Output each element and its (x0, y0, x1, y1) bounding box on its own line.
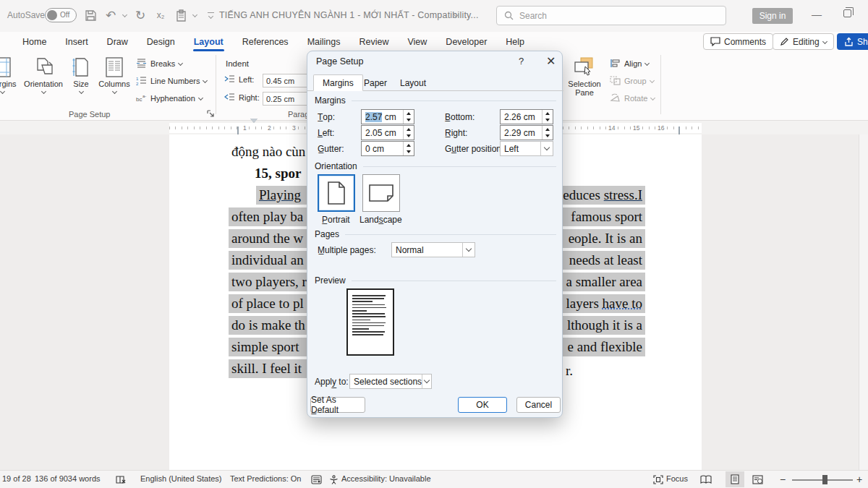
group-button[interactable]: Group (610, 76, 654, 85)
tab-draw[interactable]: Draw (98, 32, 137, 52)
read-mode-icon[interactable] (700, 475, 712, 484)
proofing-errors-icon[interactable] (116, 475, 127, 484)
dialog-tab-layout[interactable]: Layout (391, 74, 435, 91)
zoom-slider-handle[interactable] (822, 475, 827, 484)
size-chevron-icon (78, 89, 83, 94)
cancel-button[interactable]: Cancel (516, 397, 561, 413)
text-predictions-indicator[interactable]: Text Predictions: On (230, 474, 301, 483)
top-margin-field[interactable]: 2.57 cm (361, 109, 414, 124)
left-margin-label: L̲eft: (318, 128, 334, 138)
doc-text-line: two players, r (229, 273, 312, 291)
focus-icon[interactable] (653, 475, 663, 484)
indent-right-control: Right: (224, 93, 260, 102)
tab-design[interactable]: Design (137, 32, 184, 52)
landscape-page-icon (368, 184, 394, 202)
subscript-icon[interactable]: x₂ (153, 7, 169, 23)
undo-chevron-icon[interactable] (122, 12, 127, 17)
hyphenation-button[interactable]: bca- Hyphenation (136, 93, 203, 103)
portrait-option[interactable] (318, 174, 355, 212)
gutter-field[interactable]: 0 cm (361, 141, 414, 156)
orientation-chevron-icon (41, 89, 46, 94)
hyphenation-chevron-icon (198, 95, 203, 100)
share-button[interactable]: Share (837, 33, 868, 50)
minimize-icon[interactable]: — (812, 9, 822, 20)
gutter-spinner[interactable] (403, 142, 414, 155)
doc-text-line: e and flexible (561, 338, 645, 356)
tab-references[interactable]: References (233, 32, 298, 52)
page-setup-dialog: Page Setup ? ✕ Margins Paper Layout Marg… (307, 51, 563, 418)
editing-chevron-icon (822, 39, 827, 44)
left-margin-spinner[interactable] (403, 126, 414, 140)
tab-mailings[interactable]: Mailings (298, 32, 350, 52)
dialog-close-icon[interactable]: ✕ (546, 54, 556, 68)
vertical-scrollbar[interactable] (859, 134, 868, 470)
sign-in-button[interactable]: Sign in (752, 8, 793, 24)
gutter-position-dropdown[interactable]: Left (500, 141, 553, 156)
dropdown-chevron-icon[interactable] (422, 374, 431, 388)
tab-review[interactable]: Review (349, 32, 398, 52)
word-count[interactable]: 136 of 9034 words (35, 474, 101, 483)
redo-icon[interactable]: ↻ (132, 7, 148, 23)
bottom-margin-field[interactable]: 2.26 cm (500, 109, 553, 124)
tab-home[interactable]: Home (13, 32, 56, 52)
align-button[interactable]: Align (610, 59, 649, 68)
right-margin-spinner[interactable] (542, 126, 553, 140)
text-predictions-icon[interactable] (311, 475, 322, 484)
search-input[interactable] (519, 11, 700, 21)
line-numbers-button[interactable]: 12 Line Numbers (136, 76, 207, 85)
dropdown-chevron-icon[interactable] (540, 142, 553, 155)
indent-group-label: Indent (226, 59, 249, 68)
breaks-button[interactable]: Breaks (136, 59, 182, 68)
orientation-button[interactable]: Orientation (20, 56, 67, 93)
document-title: TIẾNG ANH CHUYÊN NGÀNH 1 - MỚI NHẤT - Co… (219, 10, 479, 20)
save-icon[interactable] (82, 7, 98, 23)
print-layout-icon[interactable] (726, 471, 744, 487)
indent-right-field[interactable]: 0.25 cm (263, 92, 310, 106)
rotate-button[interactable]: Rotate (610, 93, 655, 103)
dialog-help-icon[interactable]: ? (519, 56, 524, 67)
autosave-toggle[interactable]: Off (45, 8, 77, 22)
restore-window-icon[interactable] (843, 9, 851, 17)
editing-button[interactable]: Editing (773, 33, 834, 50)
bottom-margin-spinner[interactable] (542, 110, 553, 124)
apply-to-dropdown[interactable]: Selected sections (349, 374, 432, 389)
tab-layout[interactable]: Layout (184, 32, 233, 52)
accessibility-icon[interactable] (329, 475, 339, 484)
right-margin-label: R̲ight: (445, 128, 467, 138)
undo-icon[interactable]: ↶ (103, 7, 119, 23)
ok-button[interactable]: OK (458, 397, 507, 413)
indent-left-field[interactable]: 0.45 cm (263, 74, 310, 87)
page-indicator[interactable]: 19 of 28 (2, 474, 31, 483)
columns-button[interactable]: Columns (95, 56, 133, 93)
paste-icon[interactable] (173, 7, 189, 23)
gutter-label: G̲utter: (318, 144, 344, 154)
zoom-out-icon[interactable]: − (780, 474, 786, 485)
doc-text-line: famous sport (561, 207, 645, 226)
tab-developer[interactable]: Developer (436, 32, 496, 52)
selection-pane-button[interactable]: Selection Pane (565, 56, 604, 97)
top-margin-spinner[interactable] (403, 110, 414, 124)
search-box[interactable] (496, 6, 726, 25)
language-indicator[interactable]: English (United States) (140, 474, 222, 483)
tab-insert[interactable]: Insert (56, 32, 97, 52)
comments-button[interactable]: Comments (703, 33, 773, 50)
right-margin-field[interactable]: 2.29 cm (500, 125, 553, 140)
focus-label[interactable]: Focus (666, 474, 688, 483)
tab-view[interactable]: View (398, 32, 436, 52)
left-margin-field[interactable]: 2.05 cm (361, 125, 414, 140)
dialog-tab-margins[interactable]: Margins (313, 74, 363, 91)
multiple-pages-dropdown[interactable]: Normal (391, 242, 475, 257)
set-as-default-button[interactable]: Set As D̲efault (310, 397, 365, 413)
customize-qat-icon[interactable] (203, 7, 218, 23)
landscape-option[interactable] (362, 174, 400, 212)
zoom-in-icon[interactable]: + (856, 474, 862, 485)
paste-chevron-icon[interactable] (192, 12, 197, 17)
tab-help[interactable]: Help (496, 32, 534, 52)
web-layout-icon[interactable] (752, 475, 763, 484)
page-setup-dialog-launcher[interactable] (207, 110, 216, 119)
accessibility-status[interactable]: Accessibility: Unavailable (341, 474, 431, 483)
pages-section-heading: Pages (315, 229, 556, 239)
preview-thumbnail (346, 288, 394, 356)
size-button[interactable]: Size (67, 56, 95, 93)
dropdown-chevron-icon[interactable] (462, 243, 475, 257)
